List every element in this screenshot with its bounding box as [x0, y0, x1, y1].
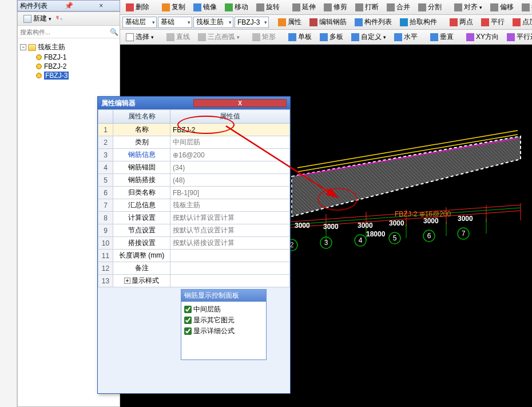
split-button[interactable]: 分割 [415, 1, 445, 14]
property-row[interactable]: 13 +显示样式 [98, 275, 290, 287]
subcategory-combo[interactable]: 筏板主筋 [193, 17, 233, 28]
parallel-edge-button[interactable]: 平行边 [503, 30, 532, 44]
xy-direction-button[interactable]: XY方向 [463, 30, 502, 44]
search-input[interactable] [18, 27, 108, 37]
checkbox[interactable] [184, 317, 192, 324]
prop-value[interactable]: 中间层筋 [170, 136, 290, 149]
tree-item-2[interactable]: FBZJ-2 [36, 62, 117, 71]
prop-value[interactable] [170, 262, 290, 275]
prop-value[interactable]: (34) [170, 161, 290, 174]
item-icon [36, 73, 42, 78]
mirror-button[interactable]: 镜像 [190, 1, 220, 14]
property-row[interactable]: 12 备注 [98, 262, 290, 275]
search-icon[interactable]: 🔍 [108, 28, 120, 36]
dialog-close-icon[interactable]: X [193, 99, 287, 107]
two-point-button[interactable]: 两点 [446, 15, 477, 29]
prop-value[interactable]: FB-1[90] [170, 187, 290, 199]
tree-item-label: FBZJ-1 [44, 53, 66, 61]
delete-button[interactable]: 删除 [122, 1, 153, 14]
property-row[interactable]: 4 钢筋锚固 (34) [98, 161, 290, 174]
trim-button[interactable]: 修剪 [320, 1, 351, 14]
copy-button[interactable]: 复制 [158, 1, 189, 14]
new-button[interactable]: 新建 ▾ [20, 12, 55, 25]
move-button[interactable]: 移动 [221, 1, 252, 14]
folder-icon [28, 44, 36, 51]
close-doc-icon[interactable]: × [57, 18, 58, 19]
arc3-button[interactable]: 三点画弧▾ [194, 30, 243, 44]
property-row[interactable]: 2 类别 中间层筋 [98, 136, 290, 149]
rebar-display-item[interactable]: 中间层筋 [184, 304, 263, 315]
property-row[interactable]: 8 计算设置 按默认计算设置计算 [98, 212, 290, 224]
property-row[interactable]: 7 汇总信息 筏板主筋 [98, 199, 290, 212]
stretch-button[interactable]: 拉伸 [518, 1, 532, 14]
prop-value[interactable] [170, 250, 290, 262]
label: 直线 [176, 32, 190, 42]
edit-rebar-button[interactable]: 编辑钢筋 [306, 15, 350, 29]
prop-name: 名称 [113, 124, 170, 136]
component-toolbar: 新建 ▾ × [18, 12, 120, 26]
tree-item-1[interactable]: FBZJ-1 [36, 53, 117, 62]
properties-button[interactable]: 属性 [275, 15, 305, 29]
align-button[interactable]: 对齐▾ [451, 1, 486, 14]
context-toolbar: 基础层 基础 筏板主筋 FBZJ-3 属性 编辑钢筋 构件列表 拾取构件 两点 … [120, 15, 532, 30]
item-combo[interactable]: FBZJ-3 [235, 17, 269, 28]
pick-component-button[interactable]: 拾取构件 [396, 15, 440, 29]
prop-value[interactable] [170, 275, 290, 287]
extend-button[interactable]: 延伸 [289, 1, 319, 14]
offset-button[interactable]: 偏移 [487, 1, 517, 14]
property-row[interactable]: 3 钢筋信息 ⊕16@200 [98, 149, 290, 161]
copy-icon[interactable] [61, 18, 62, 19]
vertical-button[interactable]: 垂直 [427, 30, 457, 44]
rotate-button[interactable]: 旋转 [253, 1, 283, 14]
property-row[interactable]: 11 长度调整 (mm) [98, 250, 290, 262]
single-board-button[interactable]: 单板 [285, 30, 315, 44]
checkbox[interactable] [184, 327, 192, 335]
merge-button[interactable]: 合并 [383, 1, 414, 14]
component-list-button[interactable]: 构件列表 [351, 15, 395, 29]
row-number: 6 [98, 187, 113, 199]
prop-value[interactable]: FBZJ-2 [170, 124, 290, 136]
rebar-display-panel: 钢筋显示控制面板 中间层筋显示其它图元显示详细公式 [181, 289, 267, 360]
prop-name: 备注 [113, 262, 170, 275]
row-number: 12 [98, 262, 113, 275]
rect-button[interactable]: 矩形 [249, 30, 279, 44]
svg-marker-2 [292, 136, 521, 216]
checkbox[interactable] [184, 306, 192, 313]
property-row[interactable]: 1 名称 FBZJ-2 [98, 124, 290, 136]
prop-value[interactable]: ⊕16@200 [170, 149, 290, 161]
multi-board-button[interactable]: 多板 [316, 30, 347, 44]
rebar-display-item[interactable]: 显示其它图元 [184, 315, 263, 326]
prop-value[interactable]: 筏板主筋 [170, 199, 290, 212]
property-row[interactable]: 9 节点设置 按默认节点设置计算 [98, 224, 290, 237]
point-add-button[interactable]: 点加 [509, 15, 532, 29]
svg-text:3000: 3000 [389, 219, 404, 227]
prop-value[interactable]: (48) [170, 174, 290, 187]
dialog-title: 属性编辑器 [101, 98, 193, 108]
label: 垂直 [440, 32, 454, 42]
label: 选择 [136, 32, 149, 42]
custom-button[interactable]: 自定义▾ [348, 30, 390, 44]
prop-value[interactable]: 按默认计算设置计算 [170, 212, 290, 224]
select-button[interactable]: 选择▾ [122, 30, 157, 44]
edit-toolbar: 删除 复制 镜像 移动 旋转 延伸 修剪 打断 合并 分割 对齐▾ 偏移 拉伸 [120, 0, 532, 15]
prop-value[interactable]: 按默认节点设置计算 [170, 224, 290, 237]
parallel-button[interactable]: 平行 [478, 15, 508, 29]
line-button[interactable]: 直线 [163, 30, 193, 44]
break-button[interactable]: 打断 [352, 1, 382, 14]
prop-name: 类别 [113, 136, 170, 149]
tree-item-3[interactable]: FBZJ-3 [36, 71, 117, 80]
label: 镜像 [203, 2, 217, 12]
tree-root-node[interactable]: − 筏板主筋 [20, 42, 117, 53]
layer-combo[interactable]: 基础层 [122, 17, 157, 28]
category-combo[interactable]: 基础 [158, 17, 192, 28]
prop-value[interactable]: 按默认搭接设置计算 [170, 237, 290, 250]
rebar-display-item[interactable]: 显示详细公式 [184, 326, 263, 337]
collapse-icon[interactable]: − [20, 44, 26, 50]
close-panel-icon[interactable]: × [85, 2, 117, 10]
horizontal-button[interactable]: 水平 [391, 30, 421, 44]
property-row[interactable]: 10 搭接设置 按默认搭接设置计算 [98, 237, 290, 250]
property-row[interactable]: 6 归类名称 FB-1[90] [98, 187, 290, 199]
property-row[interactable]: 5 钢筋搭接 (48) [98, 174, 290, 187]
dialog-titlebar[interactable]: 属性编辑器 X [98, 97, 290, 109]
pin-icon[interactable]: 📌 [53, 2, 85, 10]
